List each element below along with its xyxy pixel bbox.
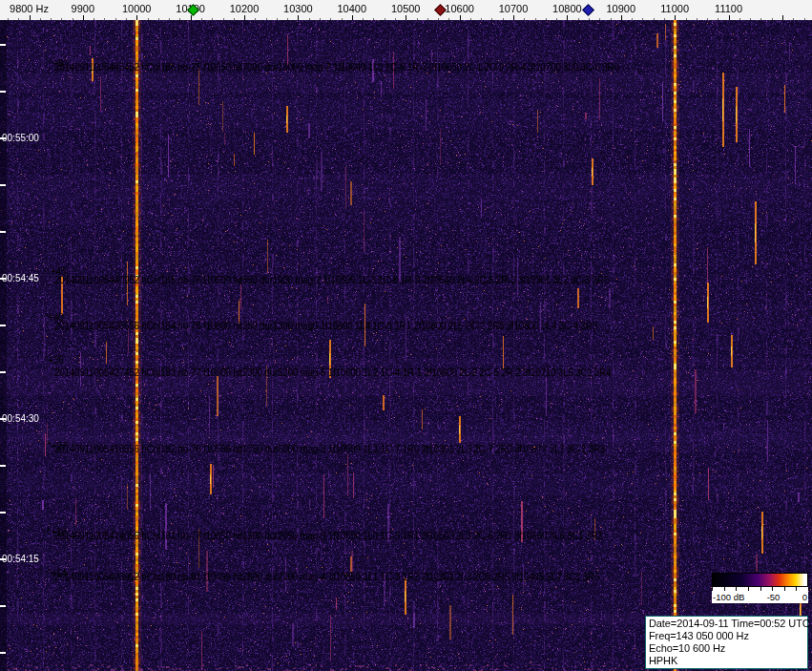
freq-tick-minor: [158, 18, 159, 20]
freq-tick-major: [621, 15, 622, 20]
freq-label-10400: 10400: [338, 3, 367, 14]
freq-tick-minor: [266, 18, 267, 20]
freq-tick-minor: [104, 18, 105, 20]
spectrogram-canvas: [0, 20, 812, 671]
freq-label-10600: 10600: [445, 3, 474, 14]
freq-tick-major: [298, 15, 299, 20]
legend-tick: [748, 587, 749, 591]
freq-tick-minor: [169, 18, 170, 20]
freq-tick-minor: [115, 18, 116, 20]
freq-tick-minor: [309, 18, 310, 20]
freq-tick-minor: [395, 18, 396, 20]
freq-tick-minor: [330, 18, 331, 20]
freq-tick-minor: [40, 18, 41, 20]
freq-tick-minor: [739, 18, 740, 20]
freq-label-10900: 10900: [607, 3, 636, 14]
freq-tick-minor: [599, 18, 600, 20]
freq-label-9800: 9800 Hz: [10, 3, 49, 14]
freq-tick-minor: [148, 18, 149, 20]
freq-tick-minor: [342, 18, 343, 20]
freq-tick-minor: [611, 18, 612, 20]
color-scale-ticks: [712, 587, 808, 592]
status-info-box: Date=2014-09-11 Time=00:52 UTC Freq=143 …: [645, 616, 808, 669]
freq-tick-major: [352, 15, 353, 20]
freq-tick-minor: [448, 18, 449, 20]
freq-tick-minor: [234, 18, 235, 20]
legend-tick: [796, 587, 797, 591]
freq-label-10800: 10800: [552, 3, 582, 14]
freq-tick-minor: [481, 18, 482, 20]
legend-mid-label: -50: [767, 592, 781, 602]
freq-tick-minor: [556, 18, 557, 20]
freq-tick-minor: [287, 18, 288, 20]
freq-tick-minor: [255, 18, 256, 20]
freq-tick-minor: [201, 18, 202, 20]
freq-tick-minor: [642, 18, 643, 20]
freq-tick-major: [729, 15, 730, 20]
freq-tick-major: [675, 15, 676, 20]
freq-tick-minor: [632, 18, 633, 20]
freq-tick-minor: [373, 18, 374, 20]
freq-tick-minor: [61, 18, 62, 20]
info-station-id: HPHK: [649, 655, 804, 667]
freq-tick-major: [191, 15, 192, 20]
freq-label-10700: 10700: [499, 3, 529, 14]
freq-tick-major: [782, 15, 783, 20]
freq-tick-major: [567, 15, 568, 20]
freq-tick-minor: [212, 18, 213, 20]
freq-tick-minor: [804, 18, 805, 20]
freq-tick-minor: [546, 18, 547, 20]
freq-tick-minor: [654, 18, 655, 20]
freq-tick-minor: [51, 18, 52, 20]
legend-tick: [736, 587, 737, 591]
info-echo-freq: Echo=10 600 Hz: [649, 642, 804, 655]
freq-tick-minor: [718, 18, 718, 20]
freq-label-10500: 10500: [391, 3, 421, 14]
freq-tick-minor: [385, 18, 385, 20]
freq-tick-minor: [503, 18, 504, 20]
legend-max-label: 0: [802, 592, 807, 602]
freq-tick-minor: [73, 18, 73, 20]
freq-tick-major: [406, 15, 406, 20]
freq-tick-minor: [427, 18, 428, 20]
freq-tick-major: [244, 15, 245, 20]
freq-tick-minor: [697, 18, 697, 20]
freq-tick-minor: [363, 18, 364, 20]
info-frequency: Freq=143 050 000 Hz: [649, 630, 804, 642]
legend-tick: [760, 587, 761, 591]
blue-diamond-marker[interactable]: [582, 4, 594, 16]
freq-tick-minor: [18, 18, 19, 20]
freq-tick-major: [30, 15, 31, 20]
freq-tick-minor: [535, 18, 536, 20]
freq-tick-minor: [578, 18, 579, 20]
freq-label-11000: 11000: [660, 3, 689, 14]
freq-tick-minor: [320, 18, 321, 20]
freq-tick-minor: [524, 18, 525, 20]
freq-tick-minor: [277, 18, 278, 20]
freq-tick-minor: [664, 18, 665, 20]
freq-tick-major: [136, 15, 137, 20]
freq-tick-minor: [8, 18, 9, 20]
freq-label-9900: 9900: [72, 3, 94, 14]
freq-tick-minor: [179, 18, 180, 20]
info-date-time: Date=2014-09-11 Time=00:52 UTC: [649, 618, 804, 630]
color-scale-labels: -100 dB -50 0: [712, 592, 808, 602]
legend-tick: [808, 587, 809, 591]
freq-tick-minor: [126, 18, 127, 20]
freq-tick-major: [460, 15, 461, 20]
legend-tick: [772, 587, 773, 591]
freq-tick-minor: [707, 18, 708, 20]
legend-min-label: -100 dB: [713, 592, 744, 602]
freq-tick-minor: [772, 18, 773, 20]
color-gradient-bar: [712, 573, 808, 587]
legend-tick: [784, 587, 785, 591]
freq-tick-minor: [491, 18, 492, 20]
freq-tick-minor: [760, 18, 761, 20]
frequency-ruler: 9800 Hz990010000101001020010300104001050…: [0, 0, 812, 20]
freq-tick-minor: [589, 18, 590, 20]
freq-tick-major: [513, 15, 514, 20]
spectrogram-app: 9800 Hz990010000101001020010300104001050…: [0, 0, 812, 671]
freq-tick-minor: [223, 18, 224, 20]
db-color-scale: -100 dB -50 0: [712, 573, 808, 603]
freq-tick-minor: [417, 18, 418, 20]
